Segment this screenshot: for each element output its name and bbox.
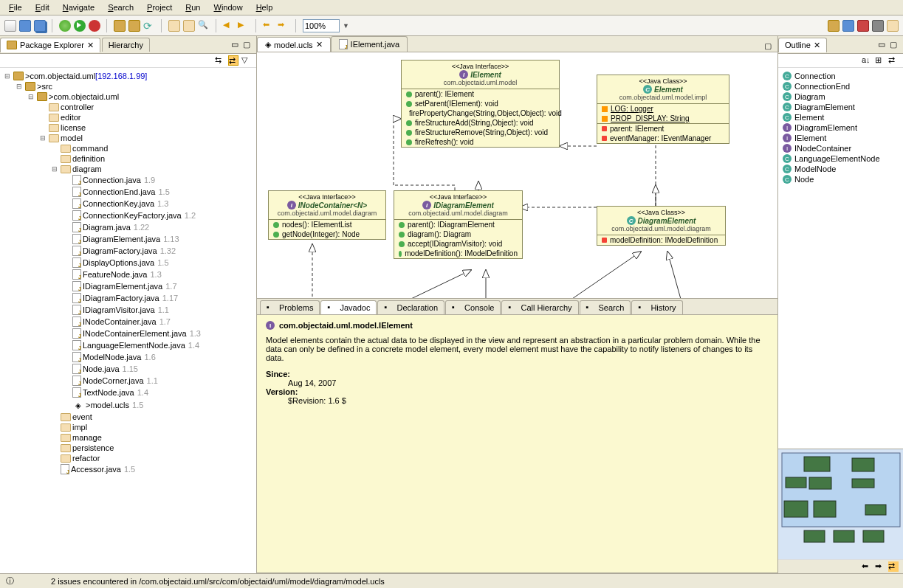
outline-item[interactable]: IIDiagramElement — [781, 122, 900, 133]
run-ext-icon[interactable] — [89, 20, 100, 32]
tree-node[interactable]: manage — [0, 432, 256, 443]
tab-ielement-java[interactable]: IElement.java — [331, 36, 408, 52]
tree-node[interactable]: controller — [0, 102, 256, 112]
outline-item[interactable]: CConnection — [781, 71, 900, 81]
diagram-thumbnail[interactable] — [778, 449, 903, 559]
tree-node[interactable]: impl — [0, 422, 256, 432]
tree-node[interactable]: ConnectionKeyFactory.java1.2 — [0, 210, 256, 221]
uml-diagram-canvas[interactable]: <<Java Interface>>IIElementcom.objectaid… — [257, 52, 777, 299]
tab-javadoc[interactable]: ▪Javadoc — [320, 300, 377, 314]
tree-node[interactable]: ⊟>com.objectaid.uml — [0, 91, 256, 102]
tree-node[interactable]: IDiagramFactory.java1.17 — [0, 292, 256, 304]
tree-node[interactable]: license — [0, 122, 256, 133]
search-icon[interactable]: 🔍 — [198, 20, 210, 32]
perspective-icon-5[interactable] — [887, 20, 899, 32]
tree-node[interactable]: INodeContainer.java1.7 — [0, 316, 256, 328]
menu-edit[interactable]: Edit — [30, 1, 55, 13]
outline-item[interactable]: CModelNode — [781, 164, 900, 174]
tab-search[interactable]: ▪Search — [580, 300, 631, 314]
outline-item[interactable]: CElement — [781, 112, 900, 122]
uml-class-diagramelement[interactable]: <<Java Class>>CDiagramElementcom.objecta… — [597, 206, 726, 246]
tree-node[interactable]: definition — [0, 153, 256, 164]
debug-icon[interactable] — [59, 20, 71, 32]
tree-node[interactable]: DisplayOptions.java1.5 — [0, 257, 256, 269]
tab-hierarchy[interactable]: Hierarchy — [102, 38, 150, 52]
tree-node[interactable]: NodeCorner.java1.1 — [0, 375, 256, 387]
tree-node[interactable]: event — [0, 412, 256, 422]
tree-node[interactable]: ⊟diagram — [0, 164, 256, 174]
tree-node[interactable]: ⊟>src — [0, 81, 256, 91]
tab-console[interactable]: ▪Console — [445, 300, 501, 314]
menu-help[interactable]: Help — [250, 1, 279, 13]
tree-node[interactable]: command — [0, 143, 256, 153]
refresh-icon[interactable]: ⟳ — [143, 20, 155, 32]
outline-item[interactable]: CLanguageElementNode — [781, 153, 900, 164]
link-icon[interactable]: ⇄ — [888, 55, 899, 66]
tree-node[interactable]: editor — [0, 112, 256, 122]
uml-class-idiagramelement[interactable]: <<Java Interface>>IIDiagramElementcom.ob… — [394, 190, 523, 259]
tree-node[interactable]: ModelNode.java1.6 — [0, 351, 256, 363]
editor-max-icon[interactable]: ▢ — [764, 41, 775, 52]
tab-history[interactable]: ▪History — [631, 300, 682, 314]
maximize-icon[interactable]: ▢ — [890, 40, 900, 50]
tree-node[interactable]: INodeContainerElement.java1.3 — [0, 328, 256, 339]
uml-class-ielement[interactable]: <<Java Interface>>IIElementcom.objectaid… — [401, 60, 560, 148]
tab-outline[interactable]: Outline ✕ — [778, 38, 827, 52]
link-editor-icon[interactable]: ⇄ — [888, 561, 899, 572]
package-tree[interactable]: ⊟>com.objectaid.uml [192.168.1.99]⊟>src⊟… — [0, 68, 256, 573]
tab-model-ucls[interactable]: ◈model.ucls ✕ — [257, 37, 331, 52]
save-all-icon[interactable] — [34, 20, 46, 32]
run-icon[interactable] — [74, 20, 86, 32]
minimize-icon[interactable]: ▭ — [878, 40, 888, 50]
save-icon[interactable] — [19, 20, 31, 32]
perspective-icon-1[interactable] — [828, 20, 840, 32]
tree-node[interactable]: TextNode.java1.4 — [0, 387, 256, 398]
tree-node[interactable]: Connection.java1.9 — [0, 174, 256, 186]
menu-project[interactable]: Project — [141, 1, 178, 13]
tree-node[interactable]: DiagramElement.java1.13 — [0, 233, 256, 245]
tree-node[interactable]: IDiagramElement.java1.7 — [0, 280, 256, 292]
outline-item[interactable]: CDiagramElement — [781, 102, 900, 112]
outline-item[interactable]: CNode — [781, 174, 900, 184]
tab-package-explorer[interactable]: Package Explorer ✕ — [0, 38, 100, 52]
prev-annot-icon[interactable]: ◀ — [223, 20, 235, 32]
outline-item[interactable]: CDiagram — [781, 91, 900, 102]
menu-run[interactable]: Run — [179, 1, 206, 13]
tree-node[interactable]: Accessor.java1.5 — [0, 463, 256, 475]
tree-node[interactable]: IDiagramVisitor.java1.1 — [0, 304, 256, 316]
tree-node[interactable]: ConnectionEnd.java1.5 — [0, 186, 256, 198]
tree-node[interactable]: ConnectionKey.java1.3 — [0, 198, 256, 210]
new-icon[interactable] — [4, 20, 16, 32]
uml-class-element[interactable]: <<Java Class>>CElementcom.objectaid.uml.… — [597, 75, 729, 144]
tree-node[interactable]: ⊟model — [0, 133, 256, 143]
tree-node[interactable]: Diagram.java1.22 — [0, 221, 256, 233]
next-annot-icon[interactable]: ▶ — [238, 20, 250, 32]
perspective-icon-2[interactable] — [842, 20, 854, 32]
zoom-dropdown-icon[interactable]: ▼ — [343, 22, 349, 30]
tree-node[interactable]: ◈>model.ucls1.5 — [0, 398, 256, 412]
menu-window[interactable]: Window — [207, 1, 248, 13]
tree-node[interactable]: Node.java1.15 — [0, 363, 256, 375]
new-class-icon[interactable] — [128, 20, 140, 32]
perspective-icon-3[interactable] — [857, 20, 869, 32]
tree-node[interactable]: LanguageElementNode.java1.4 — [0, 339, 256, 351]
sort-icon[interactable]: a↓ — [862, 55, 872, 66]
tree-node[interactable]: ⊟>com.objectaid.uml [192.168.1.99] — [0, 71, 256, 81]
tab-call-hierarchy[interactable]: ▪Call Hierarchy — [501, 300, 578, 314]
nav-back-icon[interactable]: ⬅ — [862, 561, 872, 572]
uml-class-inodecontainer[interactable]: <<Java Interface>>IINodeContainer<N>com.… — [268, 190, 386, 240]
filter-icon[interactable]: ⊞ — [875, 55, 885, 66]
menu-search[interactable]: Search — [102, 1, 140, 13]
outline-item[interactable]: CConnectionEnd — [781, 81, 900, 91]
forward-icon[interactable]: ➡ — [278, 20, 289, 32]
outline-item[interactable]: IINodeContainer — [781, 143, 900, 153]
open-type-icon[interactable] — [183, 20, 195, 32]
collapse-all-icon[interactable]: ⇆ — [215, 55, 225, 66]
minimize-icon[interactable]: ▭ — [231, 40, 241, 50]
outline-item[interactable]: IIElement — [781, 133, 900, 143]
link-editor-icon[interactable]: ⇄ — [228, 55, 238, 66]
back-icon[interactable]: ⬅ — [263, 20, 275, 32]
tree-node[interactable]: persistence — [0, 443, 256, 453]
tab-problems[interactable]: ▪Problems — [260, 300, 320, 314]
tab-declaration[interactable]: ▪Declaration — [377, 300, 444, 314]
